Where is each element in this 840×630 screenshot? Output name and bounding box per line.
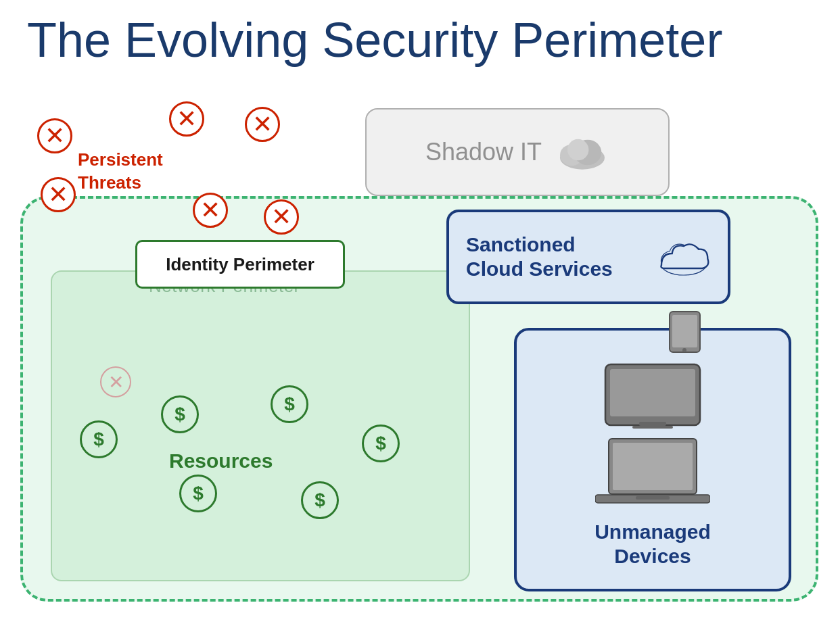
svg-point-6	[567, 139, 588, 160]
cloud-shadow-icon	[555, 134, 609, 171]
threat-icon-4: ✕	[41, 177, 76, 212]
threat-icon-5: ✕	[193, 193, 228, 228]
threats-label: PersistentThreats	[78, 149, 163, 195]
resource-icon-2: $	[161, 395, 199, 433]
resources-label: Resources	[169, 450, 273, 472]
network-perimeter-box	[51, 270, 470, 581]
svg-point-17	[682, 348, 686, 352]
sanctioned-cloud-box: SanctionedCloud Services	[446, 210, 730, 304]
page-title: The Evolving Security Perimeter	[27, 12, 722, 68]
threat-icon-2: ✕	[169, 101, 204, 137]
resource-icon-6: $	[301, 481, 339, 519]
resource-icon-4: $	[362, 425, 400, 462]
threat-icon-1: ✕	[37, 118, 72, 153]
svg-rect-21	[632, 426, 673, 429]
identity-perimeter-box: Identity Perimeter	[135, 240, 345, 289]
resource-icon-3: $	[271, 385, 308, 423]
unmanaged-devices-label: UnmanagedDevices	[594, 520, 711, 568]
unmanaged-devices-box: UnmanagedDevices	[514, 328, 791, 591]
resource-icon-1: $	[80, 420, 118, 458]
sanctioned-cloud-label: SanctionedCloud Services	[466, 233, 613, 281]
svg-rect-19	[610, 369, 695, 416]
tablet-small-icon	[666, 310, 703, 357]
shadow-it-box: Shadow IT	[365, 108, 670, 196]
threat-icon-3: ✕	[245, 107, 280, 142]
laptop-icon	[595, 435, 710, 506]
threat-icon-faded: ✕	[100, 366, 131, 397]
svg-rect-23	[613, 443, 693, 490]
threat-icon-6: ✕	[264, 199, 299, 235]
identity-perimeter-label: Identity Perimeter	[166, 254, 314, 275]
devices-icons-group	[595, 310, 710, 506]
monitor-icon	[602, 362, 703, 430]
svg-rect-20	[639, 422, 666, 426]
shadow-it-label: Shadow IT	[425, 138, 542, 166]
cloud-sanctioned-icon	[657, 239, 711, 276]
resource-icon-5: $	[179, 475, 217, 512]
svg-rect-16	[672, 315, 697, 347]
svg-rect-25	[636, 496, 670, 500]
